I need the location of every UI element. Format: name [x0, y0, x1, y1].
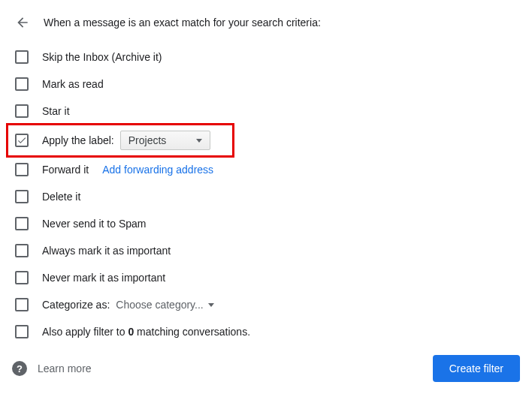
filter-header: When a message is an exact match for you…: [12, 15, 520, 30]
option-mark-read: Mark as read: [12, 71, 520, 98]
label-categorize: Categorize as:: [42, 299, 110, 311]
dropdown-apply-label-value: Projects: [128, 134, 167, 146]
option-skip-inbox: Skip the Inbox (Archive it): [12, 44, 520, 71]
label-skip-inbox: Skip the Inbox (Archive it): [42, 51, 162, 63]
option-apply-label: Apply the label: Projects: [12, 125, 520, 156]
back-arrow-icon[interactable]: [15, 15, 30, 30]
checkbox-categorize[interactable]: [15, 298, 29, 311]
chevron-down-icon: [196, 139, 202, 143]
link-add-forwarding[interactable]: Add forwarding address: [102, 164, 213, 176]
checkbox-also-apply[interactable]: [15, 325, 29, 338]
dropdown-categorize[interactable]: Choose category...: [116, 299, 213, 311]
option-always-important: Always mark it as important: [12, 237, 520, 264]
option-also-apply: Also apply filter to 0 matching conversa…: [12, 318, 520, 345]
option-star: Star it: [12, 98, 520, 125]
checkbox-always-important[interactable]: [15, 244, 29, 257]
label-mark-read: Mark as read: [42, 78, 104, 90]
help-icon[interactable]: ?: [12, 361, 27, 376]
also-apply-suffix: matching conversations.: [134, 326, 250, 338]
checkbox-apply-label[interactable]: [15, 134, 29, 147]
learn-more-link[interactable]: Learn more: [38, 362, 92, 374]
checkbox-star[interactable]: [15, 104, 29, 118]
option-never-important: Never mark it as important: [12, 264, 520, 291]
page-title: When a message is an exact match for you…: [44, 17, 321, 29]
checkbox-mark-read[interactable]: [15, 77, 29, 91]
also-apply-prefix: Also apply filter to: [42, 326, 128, 338]
option-forward: Forward it Add forwarding address: [12, 156, 520, 183]
label-always-important: Always mark it as important: [42, 245, 171, 257]
checkbox-never-spam[interactable]: [15, 217, 29, 230]
footer: ? Learn more Create filter: [12, 355, 520, 382]
label-star: Star it: [42, 105, 70, 117]
footer-left: ? Learn more: [12, 361, 92, 376]
label-apply-label: Apply the label:: [42, 134, 114, 146]
dropdown-categorize-value: Choose category...: [116, 299, 203, 311]
checkbox-forward[interactable]: [15, 163, 29, 176]
label-also-apply: Also apply filter to 0 matching conversa…: [42, 326, 250, 338]
label-forward: Forward it: [42, 164, 89, 176]
option-delete: Delete it: [12, 183, 520, 210]
label-never-important: Never mark it as important: [42, 272, 165, 284]
filter-options-list: Skip the Inbox (Archive it) Mark as read…: [12, 44, 520, 345]
chevron-down-icon: [208, 303, 214, 307]
checkbox-delete[interactable]: [15, 190, 29, 203]
create-filter-button[interactable]: Create filter: [433, 355, 520, 382]
label-never-spam: Never send it to Spam: [42, 218, 147, 230]
option-categorize: Categorize as: Choose category...: [12, 291, 520, 318]
label-delete: Delete it: [42, 191, 80, 203]
checkbox-never-important[interactable]: [15, 271, 29, 284]
option-never-spam: Never send it to Spam: [12, 210, 520, 237]
checkbox-skip-inbox[interactable]: [15, 50, 29, 64]
dropdown-apply-label[interactable]: Projects: [120, 131, 210, 150]
